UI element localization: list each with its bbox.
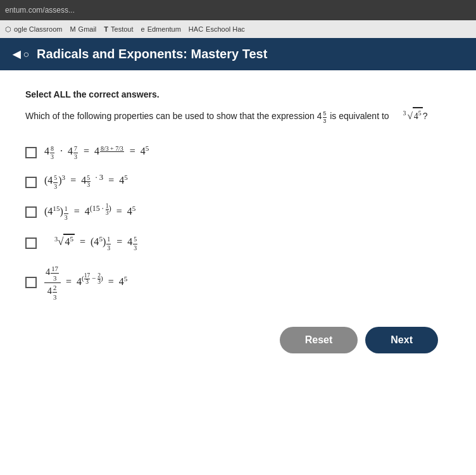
button-row: Reset Next: [25, 327, 451, 353]
option-5-checkbox[interactable]: [25, 277, 37, 288]
option-3-checkbox[interactable]: [25, 206, 37, 218]
option-2-checkbox[interactable]: [25, 177, 37, 188]
list-item: 4173 423 = 4(173 − 23) = 45: [25, 264, 451, 301]
option-3-label: (415)13 = 4(15 · 13) = 45: [44, 203, 135, 222]
question-instruction: Select ALL the correct answers.: [25, 89, 451, 99]
option-1-checkbox[interactable]: [25, 147, 37, 158]
back-arrow-icon[interactable]: ◀ ○: [13, 48, 29, 60]
page-title: Radicals and Exponents: Mastery Test: [37, 47, 267, 61]
option-2-label: (453)3 = 453 · 3 = 45: [44, 173, 128, 191]
options-list: 483 · 473 = 48/3 + 7/3 = 45 (453)3 = 453…: [25, 144, 451, 301]
option-4-checkbox[interactable]: [25, 238, 37, 249]
option-4-label: 3√45 = (45)13 = 453: [44, 234, 138, 253]
browser-bar: entum.com/assess...: [0, 0, 476, 20]
tab-bar: ⬡ ogle Classroom M Gmail T Testout e Edm…: [0, 20, 476, 38]
url-text: entum.com/assess...: [5, 6, 75, 15]
reset-button[interactable]: Reset: [280, 327, 358, 353]
page-header: ◀ ○ Radicals and Exponents: Mastery Test: [0, 38, 476, 70]
tab-edmentum[interactable]: e Edmentum: [141, 25, 181, 33]
list-item: 3√45 = (45)13 = 453: [25, 234, 451, 253]
list-item: 483 · 473 = 48/3 + 7/3 = 45: [25, 144, 451, 162]
tab-testout[interactable]: T Testout: [104, 25, 133, 33]
tab-classroom[interactable]: ⬡ ogle Classroom: [5, 25, 62, 34]
list-item: (415)13 = 4(15 · 13) = 45: [25, 203, 451, 222]
question-text: Which of the following properties can be…: [25, 107, 451, 125]
option-1-label: 483 · 473 = 48/3 + 7/3 = 45: [44, 144, 149, 162]
list-item: (453)3 = 453 · 3 = 45: [25, 173, 451, 191]
tab-eschool[interactable]: HAC Eschool Hac: [189, 25, 245, 33]
option-5-label: 4173 423 = 4(173 − 23) = 45: [44, 264, 127, 301]
tab-gmail[interactable]: M Gmail: [70, 25, 96, 33]
next-button[interactable]: Next: [365, 327, 438, 353]
main-content: Select ALL the correct answers. Which of…: [0, 70, 476, 475]
